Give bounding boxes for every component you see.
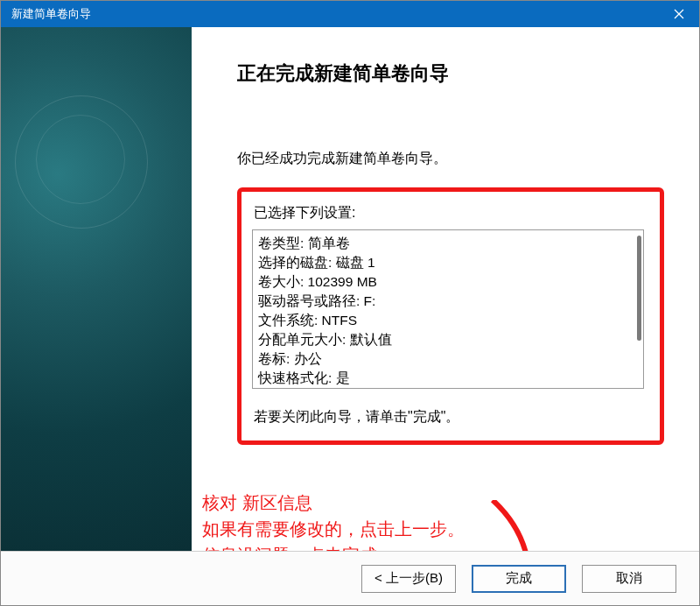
page-heading: 正在完成新建简单卷向导 — [237, 60, 664, 87]
intro-text: 你已经成功完成新建简单卷向导。 — [237, 150, 664, 168]
wizard-main: 正在完成新建简单卷向导 你已经成功完成新建简单卷向导。 已选择下列设置: 卷类型… — [192, 27, 699, 551]
finish-button[interactable]: 完成 — [472, 565, 566, 593]
close-button[interactable] — [659, 1, 699, 27]
close-hint: 若要关闭此向导，请单击"完成"。 — [254, 408, 644, 426]
setting-drive: 驱动器号或路径: F: — [258, 292, 631, 311]
wizard-sidebar-graphic — [1, 27, 192, 551]
wizard-window: 新建简单卷向导 正在完成新建简单卷向导 你已经成功完成新建简单卷向导。 已选择下… — [0, 0, 700, 606]
body-area: 正在完成新建简单卷向导 你已经成功完成新建简单卷向导。 已选择下列设置: 卷类型… — [1, 27, 699, 551]
wizard-footer: < 上一步(B) 完成 取消 — [1, 551, 699, 605]
setting-size: 卷大小: 102399 MB — [258, 272, 631, 292]
annotation-text: 核对 新区信息 如果有需要修改的，点击上一步。 信息没问题，点击完成。 — [202, 490, 465, 551]
setting-filesystem: 文件系统: NTFS — [258, 311, 631, 330]
back-button[interactable]: < 上一步(B) — [361, 565, 456, 593]
highlight-box: 已选择下列设置: 卷类型: 简单卷 选择的磁盘: 磁盘 1 卷大小: 10239… — [237, 187, 664, 445]
settings-listbox[interactable]: 卷类型: 简单卷 选择的磁盘: 磁盘 1 卷大小: 102399 MB 驱动器号… — [252, 229, 644, 389]
settings-label: 已选择下列设置: — [254, 204, 644, 222]
setting-allocation: 分配单元大小: 默认值 — [258, 330, 631, 349]
setting-quickformat: 快速格式化: 是 — [258, 369, 631, 388]
setting-label: 卷标: 办公 — [258, 349, 631, 369]
titlebar: 新建简单卷向导 — [1, 1, 699, 27]
window-title: 新建简单卷向导 — [11, 6, 659, 22]
close-icon — [674, 9, 684, 19]
setting-disk: 选择的磁盘: 磁盘 1 — [258, 253, 631, 272]
cancel-button[interactable]: 取消 — [582, 565, 676, 593]
settings-list: 卷类型: 简单卷 选择的磁盘: 磁盘 1 卷大小: 102399 MB 驱动器号… — [258, 234, 631, 388]
setting-volume-type: 卷类型: 简单卷 — [258, 234, 631, 253]
scrollbar-thumb[interactable] — [637, 236, 641, 341]
